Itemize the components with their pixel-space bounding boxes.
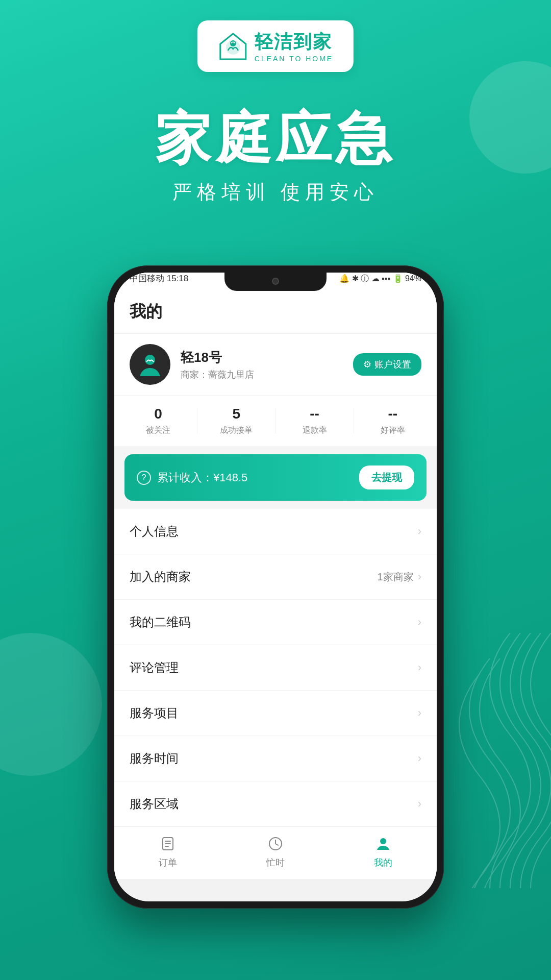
stats-row: 0 被关注 5 成功接单 -- 退款率 --: [114, 395, 437, 446]
stat-rating-label: 好评率: [354, 425, 432, 436]
clock-icon: [266, 834, 285, 853]
svg-point-10: [380, 838, 386, 844]
stat-followers-value: 0: [119, 406, 197, 422]
nav-label-mine: 我的: [374, 856, 392, 869]
hero-sub-text: 严格培训 使用安心: [0, 179, 551, 205]
svg-point-2: [230, 40, 236, 46]
nav-item-mine[interactable]: 我的: [329, 834, 437, 869]
menu-item-service-time[interactable]: 服务时间 ›: [114, 736, 437, 781]
stat-refund-value: --: [276, 406, 354, 422]
account-settings-button[interactable]: ⚙ 账户设置: [353, 353, 421, 376]
income-bar: ? 累计收入：¥148.5 去提现: [124, 454, 427, 501]
menu-item-right-qrcode: ›: [418, 616, 421, 629]
menu-item-label-service-items: 服务项目: [130, 705, 179, 721]
profile-merchant: 商家：蔷薇九里店: [181, 369, 254, 381]
profile-left: 轻18号 商家：蔷薇九里店: [130, 344, 254, 385]
account-settings-label: 账户设置: [374, 358, 411, 371]
nav-item-orders[interactable]: 订单: [114, 834, 222, 869]
menu-item-service-items[interactable]: 服务项目 ›: [114, 691, 437, 736]
menu-item-right-joined-merchants: 1家商家 ›: [378, 570, 421, 584]
income-left: ? 累计收入：¥148.5: [137, 470, 247, 485]
order-icon: [158, 834, 178, 853]
menu-item-right-comment-mgmt: ›: [418, 661, 421, 674]
chevron-right-icon-4: ›: [418, 661, 421, 674]
stat-followers: 0 被关注: [119, 406, 197, 436]
menu-item-right-personal-info: ›: [418, 525, 421, 538]
question-icon: ?: [137, 471, 151, 485]
page-title: 我的: [130, 302, 162, 321]
chevron-right-icon-2: ›: [418, 570, 421, 583]
nav-label-orders: 订单: [159, 856, 177, 869]
menu-item-value-joined-merchants: 1家商家: [378, 570, 414, 584]
chevron-right-icon-5: ›: [418, 706, 421, 720]
chevron-right-icon: ›: [418, 525, 421, 538]
menu-item-service-area[interactable]: 服务区域 ›: [114, 781, 437, 826]
chevron-right-icon-3: ›: [418, 616, 421, 629]
app-header: 我的: [114, 288, 437, 333]
menu-item-label-service-area: 服务区域: [130, 796, 179, 812]
app-content: 中国移动 15:18 🔔 ✱ ⓘ ☁ ▪▪▪ 🔋 94% 我的: [114, 273, 437, 875]
phone-camera: [272, 278, 279, 285]
logo-container: 轻洁到家 CLEAN TO HOME: [197, 20, 354, 72]
menu-item-label-personal-info: 个人信息: [130, 523, 179, 540]
menu-item-comment-mgmt[interactable]: 评论管理 ›: [114, 645, 437, 691]
nav-item-busy[interactable]: 忙时: [222, 834, 330, 869]
logo-icon: [218, 31, 248, 62]
withdraw-button[interactable]: 去提现: [359, 465, 414, 489]
svg-point-4: [145, 355, 155, 365]
bottom-nav: 订单 忙时: [114, 826, 437, 879]
menu-item-right-service-area: ›: [418, 797, 421, 811]
status-carrier: 中国移动 15:18: [130, 273, 188, 284]
svg-rect-8: [165, 846, 169, 847]
profile-section: 轻18号 商家：蔷薇九里店 ⚙ 账户设置: [114, 333, 437, 395]
avatar-icon: [132, 347, 168, 382]
phone-inner: 中国移动 15:18 🔔 ✱ ⓘ ☁ ▪▪▪ 🔋 94% 我的: [114, 273, 437, 901]
profile-name: 轻18号: [181, 349, 254, 366]
menu-item-right-service-time: ›: [418, 752, 421, 765]
phone-outer: 中国移动 15:18 🔔 ✱ ⓘ ☁ ▪▪▪ 🔋 94% 我的: [107, 265, 444, 909]
profile-info: 轻18号 商家：蔷薇九里店: [181, 349, 254, 381]
menu-item-personal-info[interactable]: 个人信息 ›: [114, 509, 437, 554]
chevron-right-icon-6: ›: [418, 752, 421, 765]
stat-followers-label: 被关注: [119, 425, 197, 436]
phone-wrapper: 中国移动 15:18 🔔 ✱ ⓘ ☁ ▪▪▪ 🔋 94% 我的: [107, 265, 444, 909]
stat-orders-value: 5: [197, 406, 275, 422]
chevron-right-icon-7: ›: [418, 797, 421, 811]
svg-rect-7: [165, 843, 171, 844]
menu-item-joined-merchants[interactable]: 加入的商家 1家商家 ›: [114, 554, 437, 600]
bg-circle-bottom-left: [0, 633, 102, 776]
hero-main-text: 家庭应急: [0, 107, 551, 169]
stat-rating: -- 好评率: [354, 406, 432, 436]
menu-item-label-service-time: 服务时间: [130, 750, 179, 767]
logo-title: 轻洁到家: [255, 30, 333, 55]
user-icon: [373, 834, 393, 853]
menu-item-qrcode[interactable]: 我的二维码 ›: [114, 600, 437, 645]
menu-item-label-comment-mgmt: 评论管理: [130, 659, 179, 676]
status-icons: 🔔 ✱ ⓘ ☁ ▪▪▪ 🔋 94%: [339, 274, 421, 284]
income-label: 累计收入：¥148.5: [157, 470, 247, 485]
menu-list: 个人信息 › 加入的商家 1家商家 › 我的二维码: [114, 509, 437, 826]
logo-text-wrap: 轻洁到家 CLEAN TO HOME: [255, 30, 333, 63]
stat-orders: 5 成功接单: [197, 406, 275, 436]
gear-icon: ⚙: [363, 359, 371, 370]
logo-subtitle: CLEAN TO HOME: [255, 55, 333, 63]
stat-refund: -- 退款率: [276, 406, 354, 436]
stat-orders-label: 成功接单: [197, 425, 275, 436]
hero-section: 家庭应急 严格培训 使用安心: [0, 107, 551, 205]
phone-notch: [224, 273, 327, 291]
menu-item-right-service-items: ›: [418, 706, 421, 720]
menu-item-label-joined-merchants: 加入的商家: [130, 569, 191, 585]
nav-label-busy: 忙时: [266, 856, 285, 869]
stat-rating-value: --: [354, 406, 432, 422]
avatar: [130, 344, 170, 385]
stat-refund-label: 退款率: [276, 425, 354, 436]
svg-rect-6: [165, 841, 171, 842]
menu-item-label-qrcode: 我的二维码: [130, 614, 191, 630]
